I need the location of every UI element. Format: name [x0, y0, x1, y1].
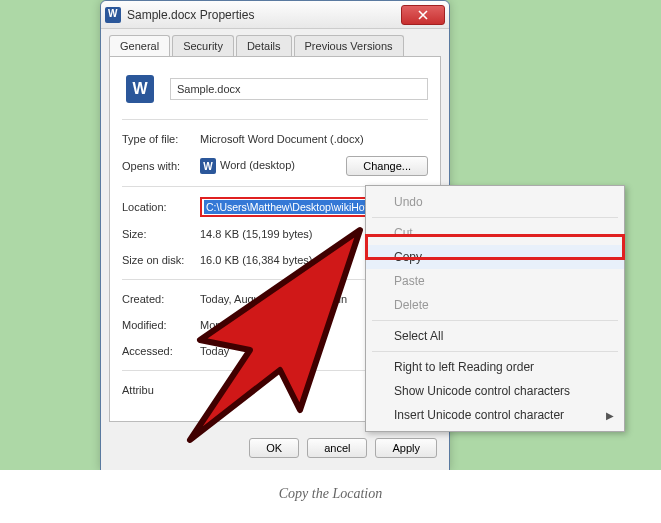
location-label: Location:: [122, 201, 200, 213]
close-icon: [418, 10, 428, 20]
filename-field[interactable]: Sample.docx: [170, 78, 428, 100]
ctx-delete[interactable]: Delete: [366, 293, 624, 317]
location-value[interactable]: C:\Users\Matthew\Desktop\wikiHow: [204, 200, 374, 214]
context-menu: Undo Cut Copy Paste Delete Select All Ri…: [365, 185, 625, 432]
file-type-icon: W: [122, 71, 158, 107]
tab-general[interactable]: General: [109, 35, 170, 56]
ctx-insert-unicode-label: Insert Unicode control character: [394, 408, 564, 422]
tab-details[interactable]: Details: [236, 35, 292, 56]
tab-strip: General Security Details Previous Versio…: [101, 29, 449, 56]
figure-caption: Copy the Location: [0, 470, 661, 518]
tab-security[interactable]: Security: [172, 35, 234, 56]
ctx-insert-unicode[interactable]: Insert Unicode control character ▶: [366, 403, 624, 427]
ctx-undo[interactable]: Undo: [366, 190, 624, 214]
accessed-label: Accessed:: [122, 345, 200, 357]
apply-button[interactable]: Apply: [375, 438, 437, 458]
size-label: Size:: [122, 228, 200, 240]
opens-with-text: Word (desktop): [220, 159, 295, 171]
titlebar[interactable]: Sample.docx Properties: [101, 1, 449, 29]
window-title: Sample.docx Properties: [127, 8, 401, 22]
close-button[interactable]: [401, 5, 445, 25]
submenu-arrow-icon: ▶: [606, 410, 614, 421]
change-button[interactable]: Change...: [346, 156, 428, 176]
ctx-paste[interactable]: Paste: [366, 269, 624, 293]
filename-text: Sample.docx: [177, 83, 241, 95]
word-small-icon: W: [200, 158, 216, 174]
ctx-cut[interactable]: Cut: [366, 221, 624, 245]
type-of-file-value: Microsoft Word Document (.docx): [200, 133, 428, 145]
opens-with-label: Opens with:: [122, 160, 200, 172]
created-label: Created:: [122, 293, 200, 305]
dialog-button-row: OK ancel Apply: [101, 430, 449, 470]
attributes-label: Attribu: [122, 384, 200, 396]
ctx-rtl[interactable]: Right to left Reading order: [366, 355, 624, 379]
tab-previous-versions[interactable]: Previous Versions: [294, 35, 404, 56]
location-highlight: C:\Users\Matthew\Desktop\wikiHow: [200, 197, 378, 217]
type-of-file-label: Type of file:: [122, 133, 200, 145]
modified-label: Modified:: [122, 319, 200, 331]
opens-with-value: WWord (desktop): [200, 158, 346, 174]
ctx-show-unicode[interactable]: Show Unicode control characters: [366, 379, 624, 403]
ok-button[interactable]: OK: [249, 438, 299, 458]
size-on-disk-label: Size on disk:: [122, 254, 200, 266]
ctx-copy[interactable]: Copy: [366, 245, 624, 269]
cancel-button[interactable]: ancel: [307, 438, 367, 458]
word-icon: [105, 7, 121, 23]
ctx-select-all[interactable]: Select All: [366, 324, 624, 348]
